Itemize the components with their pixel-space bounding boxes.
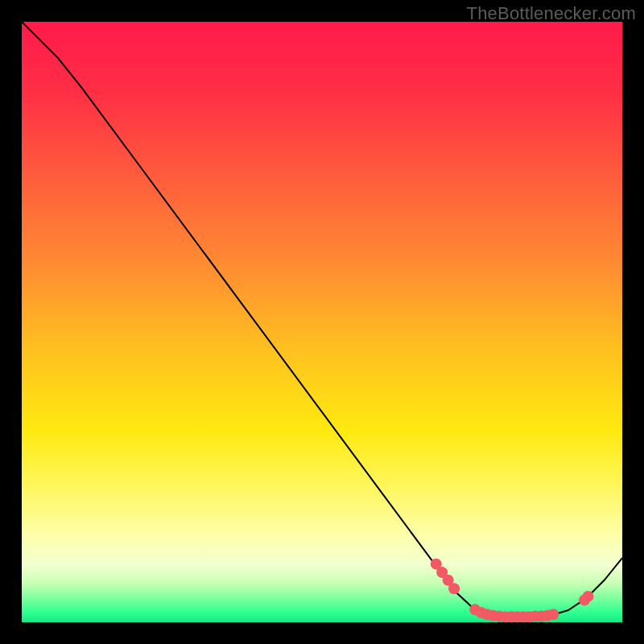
watermark-text: TheBottlenecker.com <box>467 3 636 24</box>
data-marker <box>547 609 559 620</box>
data-marker <box>582 591 593 602</box>
chart-plot-area <box>22 22 622 622</box>
chart-frame: TheBottlenecker.com <box>0 0 644 644</box>
gradient-background <box>22 22 622 622</box>
chart-svg <box>22 22 622 622</box>
data-marker <box>448 583 460 594</box>
